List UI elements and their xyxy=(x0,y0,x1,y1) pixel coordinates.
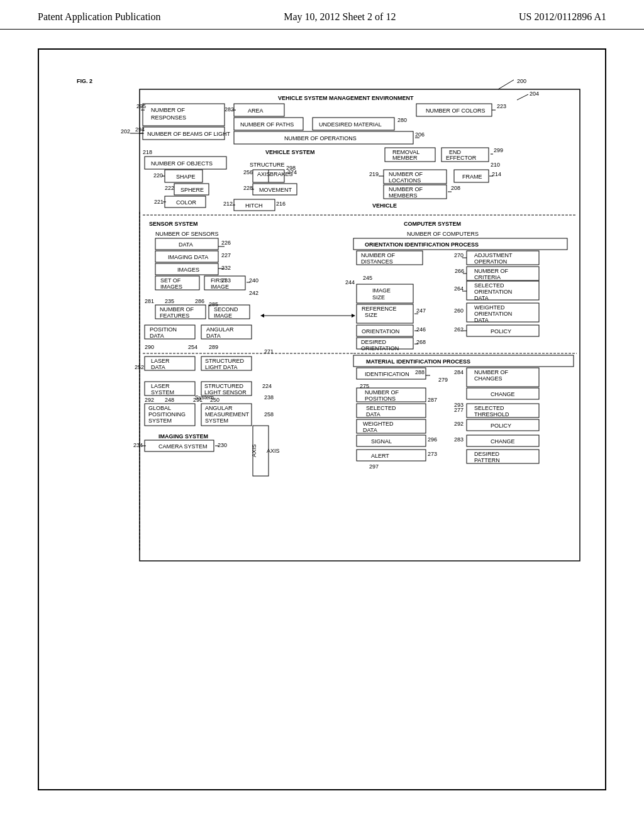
svg-text:232: 232 xyxy=(221,265,231,271)
svg-text:262: 262 xyxy=(454,326,464,333)
svg-text:POSITIONS: POSITIONS xyxy=(365,396,396,402)
svg-text:DATA: DATA xyxy=(150,333,164,339)
svg-text:NUMBER OF: NUMBER OF xyxy=(389,171,423,177)
header-right: US 2012/0112896 A1 xyxy=(519,11,606,23)
svg-text:256: 256 xyxy=(243,169,253,175)
svg-text:294: 294 xyxy=(135,126,145,133)
svg-text:SIZE: SIZE xyxy=(365,312,377,318)
svg-text:MOVEMENT: MOVEMENT xyxy=(259,187,292,193)
svg-text:CHANGE: CHANGE xyxy=(491,438,515,445)
svg-text:IMAGING SYSTEM: IMAGING SYSTEM xyxy=(158,433,208,440)
svg-text:IMAGE: IMAGE xyxy=(211,284,229,290)
svg-text:NUMBER OF: NUMBER OF xyxy=(160,306,194,313)
svg-text:DATA: DATA xyxy=(206,333,221,339)
svg-text:266: 266 xyxy=(455,268,464,274)
svg-text:IMAGING DATA: IMAGING DATA xyxy=(168,254,208,260)
svg-text:SENSOR SYSTEM: SENSOR SYSTEM xyxy=(149,221,198,227)
svg-text:ORIENTATION: ORIENTATION xyxy=(361,345,399,351)
svg-text:230: 230 xyxy=(218,442,227,448)
svg-text:284: 284 xyxy=(454,369,464,375)
svg-text:SYSTEM: SYSTEM xyxy=(151,389,174,396)
svg-text:POLICY: POLICY xyxy=(491,423,511,429)
svg-text:NUMBER OF COLORS: NUMBER OF COLORS xyxy=(426,108,486,114)
svg-text:281: 281 xyxy=(145,298,154,304)
svg-text:NUMBER OF OPERATIONS: NUMBER OF OPERATIONS xyxy=(284,135,357,141)
svg-text:AXIS: AXIS xyxy=(251,444,257,457)
svg-text:244: 244 xyxy=(345,279,355,285)
svg-text:ADJUSTMENT: ADJUSTMENT xyxy=(474,252,513,258)
svg-text:218: 218 xyxy=(143,149,152,155)
svg-text:FRAME: FRAME xyxy=(462,174,482,180)
svg-text:MEMBERS: MEMBERS xyxy=(389,192,418,199)
svg-text:CHANGE: CHANGE xyxy=(491,391,515,397)
svg-text:CAMERA SYSTEM: CAMERA SYSTEM xyxy=(158,443,208,450)
svg-text:STRUCTURE: STRUCTURE xyxy=(250,162,285,168)
svg-text:IMAGES: IMAGES xyxy=(177,267,199,273)
svg-text:277: 277 xyxy=(454,407,464,413)
svg-text:DATA: DATA xyxy=(474,317,489,323)
svg-text:274: 274 xyxy=(287,169,297,175)
svg-text:DATA: DATA xyxy=(151,364,165,370)
svg-text:245: 245 xyxy=(363,275,372,281)
svg-text:264: 264 xyxy=(454,285,464,292)
diagram-container: FIG. 2 200 VEHICLE SYSTEM MANAGEMENT ENV… xyxy=(38,48,606,790)
svg-text:289: 289 xyxy=(209,344,218,350)
svg-text:212: 212 xyxy=(223,201,233,207)
svg-text:296: 296 xyxy=(428,436,437,443)
svg-text:299: 299 xyxy=(494,147,503,153)
svg-text:CRITERIA: CRITERIA xyxy=(474,274,501,280)
svg-text:NUMBER OF OBJECTS: NUMBER OF OBJECTS xyxy=(151,160,213,167)
svg-text:VEHICLE SYSTEM MANAGEMENT ENVI: VEHICLE SYSTEM MANAGEMENT ENVIRONMENT xyxy=(278,95,414,101)
svg-text:FIRST: FIRST xyxy=(211,277,228,284)
svg-text:IMAGE: IMAGE xyxy=(372,287,391,294)
svg-text:247: 247 xyxy=(416,307,426,314)
svg-text:MEASUREMENT: MEASUREMENT xyxy=(205,411,250,418)
diagram-inner: FIG. 2 200 VEHICLE SYSTEM MANAGEMENT ENV… xyxy=(39,50,605,789)
svg-text:292: 292 xyxy=(145,397,154,403)
svg-text:SPHERE: SPHERE xyxy=(180,187,204,193)
svg-text:216: 216 xyxy=(276,201,286,207)
svg-text:DATA: DATA xyxy=(474,295,489,301)
svg-text:CHANGES: CHANGES xyxy=(474,375,502,382)
svg-text:ANGULAR: ANGULAR xyxy=(206,326,234,333)
svg-text:SELECTED: SELECTED xyxy=(366,405,396,411)
svg-text:246: 246 xyxy=(416,326,426,333)
svg-text:DATA: DATA xyxy=(179,241,193,248)
svg-text:227: 227 xyxy=(221,252,231,258)
svg-text:224: 224 xyxy=(262,383,272,389)
svg-text:NUMBER OF BEAMS OF LIGHT: NUMBER OF BEAMS OF LIGHT xyxy=(147,131,231,137)
svg-text:280: 280 xyxy=(397,117,407,123)
svg-text:THRESHOLD: THRESHOLD xyxy=(474,411,509,418)
svg-text:NUMBER OF COMPUTERS: NUMBER OF COMPUTERS xyxy=(407,231,479,237)
svg-text:POSITIONING: POSITIONING xyxy=(148,411,186,418)
svg-text:COLOR: COLOR xyxy=(176,199,197,206)
svg-text:279: 279 xyxy=(438,377,448,383)
svg-text:POLICY: POLICY xyxy=(491,328,511,335)
svg-text:FIG. 2: FIG. 2 xyxy=(77,78,92,84)
svg-text:250: 250 xyxy=(210,397,219,403)
svg-text:ALERT: ALERT xyxy=(371,453,389,459)
svg-text:AREA: AREA xyxy=(248,108,264,114)
svg-text:291: 291 xyxy=(193,397,203,403)
header-center: May 10, 2012 Sheet 2 of 12 xyxy=(284,11,396,23)
svg-text:STRUCTURED: STRUCTURED xyxy=(204,383,243,389)
svg-text:ORIENTATION: ORIENTATION xyxy=(474,289,512,295)
header-left: Patent Application Publication xyxy=(38,11,161,23)
svg-text:SIZE: SIZE xyxy=(372,294,385,301)
svg-text:ANGULAR: ANGULAR xyxy=(205,405,233,411)
svg-text:ORIENTATION: ORIENTATION xyxy=(362,328,399,335)
svg-text:222: 222 xyxy=(165,185,174,191)
svg-text:SYSTEM: SYSTEM xyxy=(148,418,172,424)
svg-text:258: 258 xyxy=(264,411,274,418)
svg-text:ORIENTATION IDENTIFICATION PRO: ORIENTATION IDENTIFICATION PROCESS xyxy=(365,241,479,248)
svg-text:SYSTEM: SYSTEM xyxy=(205,418,228,424)
svg-text:SIGNAL: SIGNAL xyxy=(371,438,392,445)
svg-text:AXIS: AXIS xyxy=(257,171,270,177)
svg-text:226: 226 xyxy=(221,240,231,246)
svg-text:IMAGE: IMAGE xyxy=(214,313,232,319)
svg-text:210: 210 xyxy=(491,162,500,168)
svg-text:FEATURES: FEATURES xyxy=(160,313,189,319)
svg-text:LIGHT DATA: LIGHT DATA xyxy=(205,364,238,370)
svg-text:270: 270 xyxy=(454,252,464,258)
svg-text:PATTERN: PATTERN xyxy=(474,457,500,463)
